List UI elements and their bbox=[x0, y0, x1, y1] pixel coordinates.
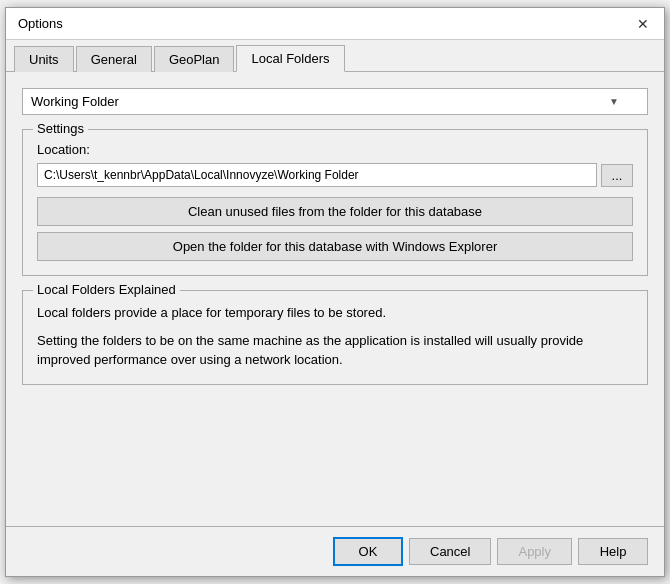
explanation-text-1: Local folders provide a place for tempor… bbox=[37, 303, 633, 323]
tab-general[interactable]: General bbox=[76, 46, 152, 72]
tab-local-folders[interactable]: Local Folders bbox=[236, 45, 344, 72]
tab-units[interactable]: Units bbox=[14, 46, 74, 72]
open-folder-button[interactable]: Open the folder for this database with W… bbox=[37, 232, 633, 261]
apply-button[interactable]: Apply bbox=[497, 538, 572, 565]
browse-button[interactable]: ... bbox=[601, 164, 633, 187]
help-button[interactable]: Help bbox=[578, 538, 648, 565]
options-dialog: Options ✕ Units General GeoPlan Local Fo… bbox=[5, 7, 665, 577]
explanation-group-label: Local Folders Explained bbox=[33, 282, 180, 297]
path-row: ... bbox=[37, 163, 633, 187]
content-area: Working Folder ▼ Settings Location: ... … bbox=[6, 72, 664, 526]
settings-group-label: Settings bbox=[33, 121, 88, 136]
footer: OK Cancel Apply Help bbox=[6, 526, 664, 576]
path-input[interactable] bbox=[37, 163, 597, 187]
dialog-title: Options bbox=[18, 16, 63, 31]
ok-button[interactable]: OK bbox=[333, 537, 403, 566]
cancel-button[interactable]: Cancel bbox=[409, 538, 491, 565]
folder-dropdown-row: Working Folder ▼ bbox=[22, 88, 648, 115]
chevron-down-icon: ▼ bbox=[609, 96, 619, 107]
explanation-text-2: Setting the folders to be on the same ma… bbox=[37, 331, 633, 370]
settings-group: Settings Location: ... Clean unused file… bbox=[22, 129, 648, 276]
location-label: Location: bbox=[37, 142, 633, 157]
close-button[interactable]: ✕ bbox=[634, 15, 652, 33]
tabs-bar: Units General GeoPlan Local Folders bbox=[6, 40, 664, 72]
folder-select[interactable]: Working Folder ▼ bbox=[22, 88, 648, 115]
tab-geoplan[interactable]: GeoPlan bbox=[154, 46, 235, 72]
explanation-group: Local Folders Explained Local folders pr… bbox=[22, 290, 648, 385]
clean-files-button[interactable]: Clean unused files from the folder for t… bbox=[37, 197, 633, 226]
title-bar: Options ✕ bbox=[6, 8, 664, 40]
folder-select-value: Working Folder bbox=[31, 94, 119, 109]
